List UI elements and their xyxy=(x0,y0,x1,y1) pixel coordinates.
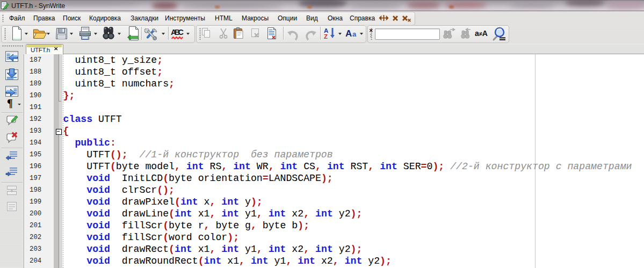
svg-text:ABC: ABC xyxy=(171,28,184,37)
svg-text:Z: Z xyxy=(324,33,328,40)
svg-text:A: A xyxy=(345,28,352,39)
svg-text:a: a xyxy=(352,30,357,38)
